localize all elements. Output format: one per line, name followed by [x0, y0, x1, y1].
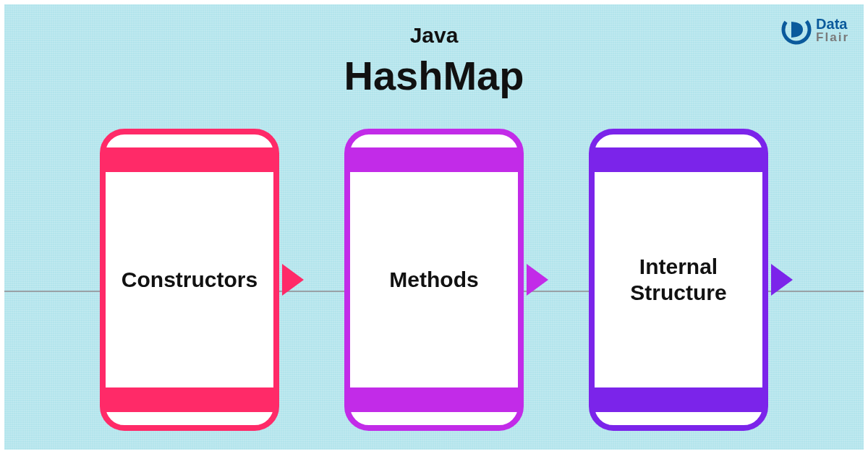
arrow-icon: [771, 264, 793, 296]
card-label: Methods: [380, 267, 487, 293]
page-title: Java HashMap: [344, 23, 524, 99]
arrow-icon: [282, 264, 304, 296]
card: Methods: [344, 129, 524, 431]
title-subject: Java: [344, 23, 524, 48]
logo-text-line1: Data: [816, 17, 849, 31]
card-row: Constructors Methods Internal Structure: [4, 129, 864, 431]
card-internal-structure: Internal Structure: [589, 129, 768, 431]
logo-icon: [781, 14, 812, 45]
card: Constructors: [100, 129, 279, 431]
card-constructors: Constructors: [100, 129, 279, 431]
card: Internal Structure: [589, 129, 768, 431]
card-label: Internal Structure: [621, 254, 735, 306]
title-topic: HashMap: [344, 52, 524, 99]
card-label: Constructors: [113, 267, 266, 293]
card-methods: Methods: [344, 129, 524, 431]
brand-logo: Data Flair: [781, 14, 849, 45]
logo-text-line2: Flair: [816, 31, 849, 43]
arrow-icon: [527, 264, 548, 296]
